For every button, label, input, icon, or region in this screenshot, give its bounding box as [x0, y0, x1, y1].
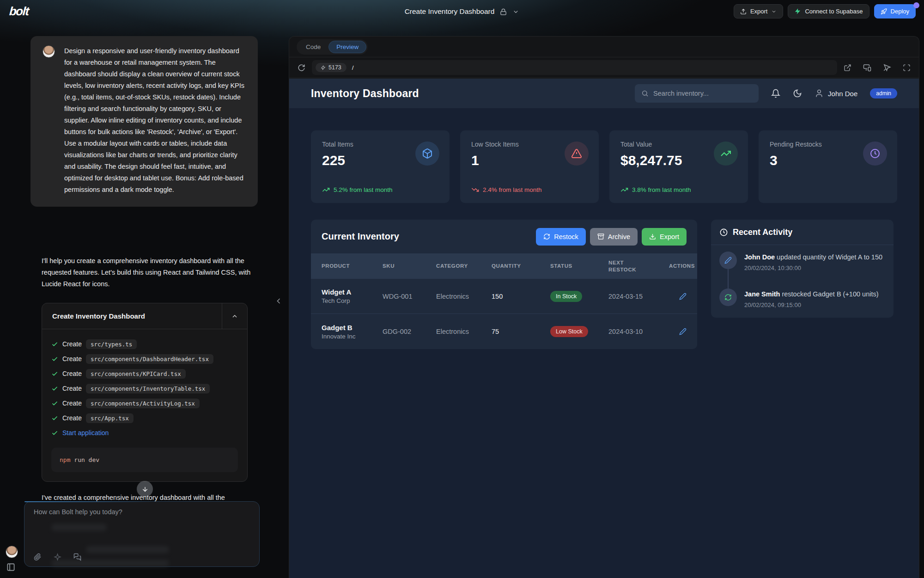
- export-csv-button[interactable]: Export: [642, 228, 687, 246]
- chat-input-box: [24, 501, 260, 567]
- port-pill[interactable]: 5173: [316, 63, 346, 72]
- export-chevron-icon: [771, 9, 777, 14]
- col-product: Product: [322, 263, 383, 270]
- product-quantity[interactable]: 150: [492, 293, 550, 300]
- step-file[interactable]: src/components/ActivityLog.tsx: [86, 399, 200, 408]
- col-status: Status: [550, 263, 608, 270]
- inventory-title: Current Inventory: [322, 231, 399, 242]
- activity-timestamp: 20/02/2024, 09:15:00: [744, 301, 879, 308]
- sidebar-toggle-icon[interactable]: [6, 563, 15, 572]
- dashboard-title: Inventory Dashboard: [311, 87, 419, 100]
- kpi-trend-text: 3.8% from last month: [632, 186, 691, 193]
- url-field[interactable]: 5173 /: [312, 60, 837, 75]
- export-csv-label: Export: [660, 233, 679, 240]
- workbench-panel: Code Preview 5173 /: [289, 36, 919, 578]
- check-icon: [51, 356, 58, 363]
- start-application-link[interactable]: Start application: [62, 429, 109, 437]
- product-supplier: Innovate Inc: [322, 333, 383, 340]
- artifact-card: Create Inventory Dashboard Create src/ty…: [42, 303, 248, 482]
- enhance-prompt-icon[interactable]: [54, 553, 61, 561]
- dark-mode-toggle-icon[interactable]: [793, 89, 802, 98]
- artifact-step: Create src/components/ActivityLog.tsx: [51, 396, 238, 411]
- status-badge: Low Stock: [550, 326, 588, 337]
- kpi-cards: Total Items 225 5.2% from last month: [311, 130, 897, 203]
- view-tabs: Code Preview: [289, 37, 919, 57]
- check-icon: [51, 430, 58, 437]
- activity-actor: John Doe: [744, 253, 775, 261]
- supabase-icon: [794, 8, 801, 15]
- assistant-outro-text: I've created a comprehensive inventory d…: [42, 494, 260, 501]
- blurred-suggestion: [86, 546, 169, 553]
- collapse-chat-handle[interactable]: [274, 296, 283, 306]
- artifact-collapse-button[interactable]: [222, 303, 247, 329]
- step-file[interactable]: src/components/DashboardHeader.tsx: [86, 354, 213, 364]
- responsive-preview-icon[interactable]: [863, 63, 871, 72]
- step-file[interactable]: src/App.tsx: [86, 413, 134, 423]
- dashboard-header: Inventory Dashboard: [289, 79, 919, 108]
- step-action: Create: [62, 355, 82, 363]
- step-file[interactable]: src/components/KPICard.tsx: [86, 369, 186, 379]
- artifact-step: Create src/components/DashboardHeader.ts…: [51, 351, 238, 366]
- step-file[interactable]: src/components/InventoryTable.tsx: [86, 384, 210, 394]
- col-quantity: Quantity: [492, 263, 550, 270]
- deploy-button[interactable]: Deploy: [874, 4, 916, 18]
- kpi-card-low-stock: Low Stock Items 1 2.4% from last month: [460, 130, 599, 203]
- project-menu-chevron-icon[interactable]: [512, 8, 519, 15]
- fullscreen-icon[interactable]: [903, 63, 911, 72]
- kpi-trend-text: 5.2% from last month: [334, 186, 393, 193]
- check-icon: [51, 400, 58, 407]
- product-sku: GDG-002: [383, 328, 436, 335]
- next-restock-date: 2024-03-15: [608, 293, 669, 300]
- artifact-step: Create src/App.tsx: [51, 411, 238, 425]
- artifact-step: Create src/types.ts: [51, 337, 238, 351]
- tab-preview[interactable]: Preview: [328, 41, 366, 53]
- plug-icon: [321, 65, 326, 70]
- open-in-new-tab-icon[interactable]: [844, 63, 851, 72]
- next-restock-date: 2024-03-10: [608, 328, 669, 335]
- notifications-bell-icon[interactable]: [771, 89, 780, 98]
- activity-item: John Doe updated quantity of Widget A to…: [719, 252, 885, 271]
- export-button[interactable]: Export: [734, 4, 784, 18]
- trending-up-icon: [620, 186, 628, 194]
- connect-supabase-label: Connect to Supabase: [805, 8, 863, 15]
- product-supplier: Tech Corp: [322, 297, 383, 304]
- step-action: Create: [62, 340, 82, 348]
- edit-row-button[interactable]: [679, 293, 687, 300]
- tab-code[interactable]: Code: [298, 41, 328, 53]
- refresh-icon[interactable]: [298, 64, 305, 72]
- user-name: John Doe: [828, 90, 857, 98]
- inventory-search-input[interactable]: [653, 90, 746, 97]
- restock-button[interactable]: Restock: [536, 228, 585, 246]
- product-name: Gadget B: [322, 324, 383, 332]
- chat-mode-icon[interactable]: [73, 553, 81, 561]
- artifact-steps: Create src/types.ts Create src/component…: [42, 329, 247, 443]
- port-number: 5173: [328, 64, 341, 71]
- user-icon: [815, 89, 824, 98]
- account-avatar[interactable]: [6, 546, 18, 558]
- terminal-command: npm run dev: [51, 448, 238, 472]
- user-avatar: [43, 45, 55, 58]
- step-action: Create: [62, 414, 82, 422]
- check-icon: [51, 341, 58, 348]
- artifact-title: Create Inventory Dashboard: [42, 303, 222, 329]
- package-icon: [422, 148, 433, 159]
- product-quantity[interactable]: 75: [492, 328, 550, 335]
- step-file[interactable]: src/types.ts: [86, 339, 137, 349]
- clock-icon: [869, 148, 881, 159]
- activity-actor: Jane Smith: [744, 290, 780, 298]
- attach-file-icon[interactable]: [34, 553, 42, 561]
- check-icon: [51, 385, 58, 392]
- command-name: npm: [60, 456, 70, 463]
- edit-row-button[interactable]: [679, 328, 687, 335]
- command-args: run dev: [74, 456, 99, 463]
- kpi-card-total-value: Total Value $8,247.75 3.8% from last mon…: [609, 130, 748, 203]
- activity-title: Recent Activity: [733, 228, 792, 237]
- inventory-search[interactable]: [635, 84, 759, 103]
- inspector-toggle-icon[interactable]: [883, 63, 891, 72]
- product-name: Widget A: [322, 288, 383, 296]
- trending-up-icon: [322, 186, 330, 194]
- user-menu[interactable]: John Doe: [815, 89, 857, 98]
- archive-button[interactable]: Archive: [590, 228, 638, 246]
- connect-supabase-button[interactable]: Connect to Supabase: [788, 4, 869, 18]
- trending-up-icon: [720, 148, 731, 159]
